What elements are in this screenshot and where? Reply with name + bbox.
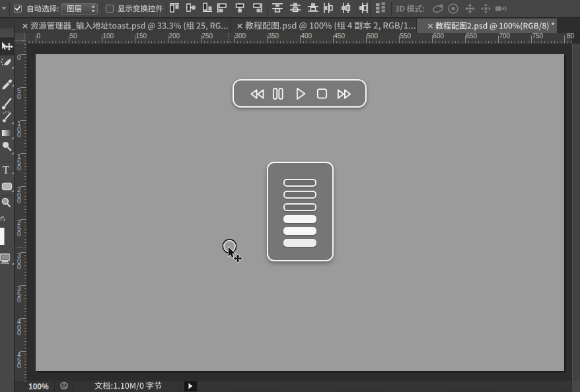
svg-text:T: T xyxy=(3,164,9,176)
